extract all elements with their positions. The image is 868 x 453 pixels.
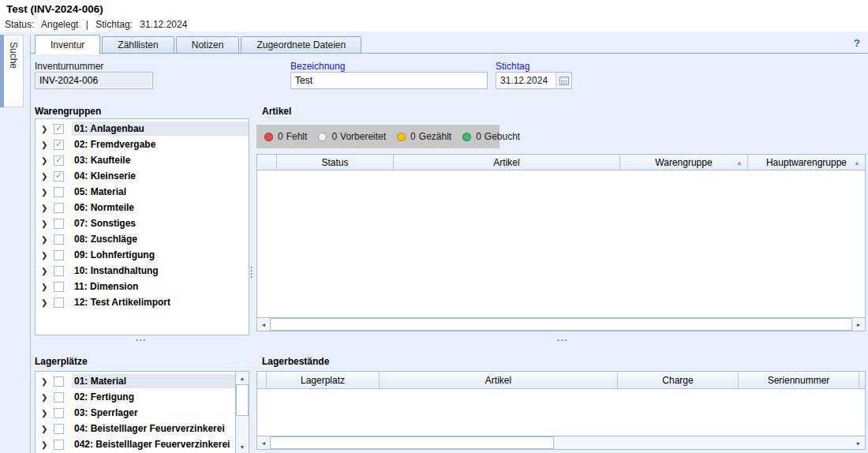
chevron-right-icon[interactable] [41, 204, 54, 212]
tree-item-lagerplatz-01[interactable]: 01: Material [36, 373, 235, 389]
checkbox[interactable] [54, 250, 64, 260]
tree-item-label: 03: Sperrlager [72, 406, 235, 420]
stichtag-field[interactable]: 31.12.2024 [496, 72, 572, 89]
scroll-right-icon[interactable] [852, 436, 865, 449]
chevron-right-icon[interactable] [41, 219, 54, 228]
lagerbestaende-horizontal-scrollbar[interactable] [257, 436, 865, 449]
checkbox[interactable] [54, 187, 64, 197]
header-cell-hauptwarengruppe[interactable]: Hauptwarengruppe [748, 155, 865, 170]
header-cell-warengruppe[interactable]: Warengruppe [620, 155, 748, 170]
tree-item-warengruppe-07[interactable]: 07: Sonstiges [36, 215, 249, 231]
chevron-right-icon[interactable] [41, 235, 54, 244]
header-cell-artikel[interactable]: Artikel [394, 155, 620, 170]
scrollbar-track[interactable] [270, 436, 852, 449]
tree-item-warengruppe-05[interactable]: 05: Material [36, 184, 249, 200]
header-cell-seriennummer[interactable]: Seriennummer [739, 372, 859, 388]
checkbox[interactable] [54, 171, 64, 182]
tree-item-warengruppe-01[interactable]: 01: Anlagenbau [36, 121, 249, 137]
help-icon[interactable]: ? [854, 37, 860, 49]
checkbox[interactable] [54, 408, 64, 418]
chevron-right-icon[interactable] [41, 156, 54, 165]
bezeichnung-field[interactable]: Test [290, 72, 488, 89]
chevron-right-icon[interactable] [41, 188, 54, 197]
chevron-right-icon[interactable] [41, 172, 54, 181]
checkbox[interactable] [54, 219, 64, 229]
tab-zaehllisten[interactable]: Zähllisten [102, 36, 174, 54]
scrollbar-track[interactable] [270, 318, 852, 331]
artikel-horizontal-scrollbar[interactable] [257, 317, 865, 331]
checkbox[interactable] [54, 392, 64, 402]
chevron-right-icon[interactable] [41, 425, 54, 433]
checkbox[interactable] [54, 440, 64, 450]
scroll-right-icon[interactable] [852, 318, 865, 331]
scrollbar-track[interactable] [236, 384, 249, 440]
tree-item-lagerplatz-02[interactable]: 02: Fertigung [36, 389, 235, 405]
tree-item-warengruppe-06[interactable]: 06: Normteile [36, 200, 249, 215]
chevron-right-icon[interactable] [41, 125, 54, 133]
status-yellow-dot-icon [397, 133, 406, 141]
checkbox[interactable] [54, 234, 64, 245]
header-cell-artikel[interactable]: Artikel [380, 372, 618, 388]
legend-gezaehlt: 0 Gezählt [397, 131, 451, 142]
tree-item-warengruppe-12[interactable]: 12: Test Artikelimport [36, 294, 249, 310]
scroll-left-icon[interactable] [257, 318, 270, 331]
checkbox[interactable] [54, 140, 64, 150]
header-cell-charge[interactable]: Charge [618, 372, 739, 388]
chevron-right-icon[interactable] [41, 251, 54, 260]
tree-item-warengruppe-02[interactable]: 02: Fremdvergabe [36, 137, 249, 152]
column-label: Warengruppe [655, 157, 712, 168]
checkbox[interactable] [54, 155, 64, 166]
tree-item-warengruppe-11[interactable]: 11: Dimension [36, 279, 249, 294]
checkbox[interactable] [54, 124, 64, 134]
tree-item-label: 10: Instandhaltung [72, 264, 249, 278]
horizontal-splitter-handle[interactable]: ··· [557, 335, 568, 345]
tree-item-label: 01: Anlagenbau [72, 122, 249, 136]
checkbox[interactable] [54, 282, 64, 292]
chevron-right-icon[interactable] [41, 140, 54, 149]
checkbox[interactable] [54, 266, 64, 276]
tree-item-warengruppe-10[interactable]: 10: Instandhaltung [36, 263, 249, 279]
checkbox[interactable] [54, 376, 64, 387]
tree-item-warengruppe-08[interactable]: 08: Zuschläge [36, 231, 249, 247]
status-green-dot-icon [462, 133, 471, 141]
inventurnummer-label: Inventurnummer [35, 61, 103, 72]
chevron-right-icon[interactable] [41, 377, 54, 386]
tab-inventur[interactable]: Inventur [35, 35, 100, 54]
sort-ascending-icon[interactable] [854, 159, 860, 167]
checkbox[interactable] [54, 298, 64, 308]
scroll-left-icon[interactable] [257, 436, 270, 449]
chevron-right-icon[interactable] [41, 267, 54, 275]
chevron-right-icon[interactable] [41, 440, 54, 449]
vertical-splitter-handle[interactable]: ···· [250, 266, 255, 279]
sort-ascending-icon[interactable] [736, 159, 743, 167]
scrollbar-thumb[interactable] [270, 318, 852, 331]
lagerplaetze-vertical-scrollbar[interactable] [235, 372, 249, 453]
checkbox[interactable] [54, 203, 64, 213]
tree-item-warengruppe-09[interactable]: 09: Lohnfertigung [36, 247, 249, 263]
tree-item-lagerplatz-04[interactable]: 04: Beistelllager Feuerverzinkerei [36, 421, 235, 436]
tree-item-lagerplatz-03[interactable]: 03: Sperrlager [36, 405, 235, 421]
side-tab-suche[interactable]: Suche [0, 35, 24, 107]
chevron-right-icon[interactable] [41, 393, 54, 402]
tree-item-warengruppe-03[interactable]: 03: Kaufteile [36, 152, 249, 168]
scroll-up-icon[interactable] [236, 372, 249, 384]
legend-fehlt: 0 Fehlt [264, 131, 307, 142]
horizontal-splitter-handle[interactable]: ··· [136, 335, 147, 345]
content-left-border [30, 35, 31, 453]
scrollbar-thumb[interactable] [236, 384, 249, 416]
checkbox[interactable] [54, 424, 64, 434]
chevron-right-icon[interactable] [41, 283, 54, 291]
header-cell-status[interactable]: Status [277, 155, 394, 170]
tab-zugeordnete-dateien[interactable]: Zugeordnete Dateien [241, 36, 361, 54]
tab-notizen[interactable]: Notizen [176, 36, 240, 54]
chevron-right-icon[interactable] [41, 409, 54, 417]
tree-item-warengruppe-04[interactable]: 04: Kleinserie [36, 168, 249, 184]
scrollbar-thumb[interactable] [270, 436, 554, 449]
scroll-down-icon[interactable] [236, 440, 249, 453]
chevron-right-icon[interactable] [41, 298, 54, 307]
tree-item-lagerplatz-042[interactable]: 042: Beistelllager Feuerverzinkerei 2 [36, 436, 235, 452]
legend-label: Gezählt [419, 131, 451, 142]
stichtag-field-value[interactable]: 31.12.2024 [496, 73, 556, 88]
header-cell-lagerplatz[interactable]: Lagerplatz [267, 372, 380, 388]
calendar-button[interactable] [556, 73, 571, 88]
